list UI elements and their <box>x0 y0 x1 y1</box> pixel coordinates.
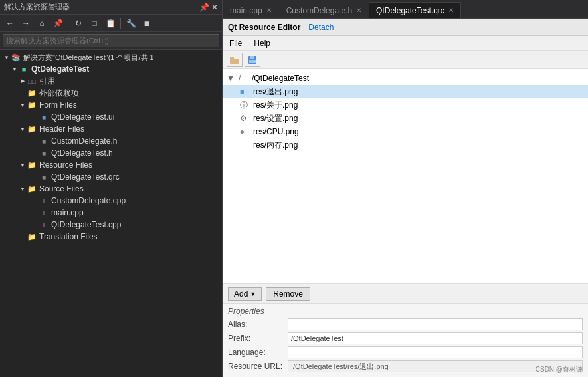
project-arrow: ▼ <box>11 66 19 72</box>
tab-custom-h-close[interactable]: ✕ <box>356 7 361 14</box>
source-arrow: ▼ <box>19 186 27 192</box>
main-cpp-label: main.cpp <box>51 208 84 217</box>
re-open-button[interactable] <box>227 53 243 67</box>
header-folder-icon: 📁 <box>27 124 37 134</box>
re-prop-url-row: Resource URL: <box>228 360 583 372</box>
form-folder-icon: 📁 <box>27 100 37 110</box>
tree-ext-deps[interactable]: 📁 外部依赖项 <box>0 87 222 99</box>
re-remove-button[interactable]: Remove <box>266 287 310 301</box>
tab-qrc-close[interactable]: ✕ <box>448 7 454 14</box>
view-button[interactable]: □ <box>87 17 102 30</box>
ref-arrow: ▶ <box>19 78 27 84</box>
tree-resource-files[interactable]: ▼ 📁 Resource Files <box>0 159 222 171</box>
h-file-icon-2: ■ <box>39 148 49 158</box>
tree-source-files[interactable]: ▼ 📁 Source Files <box>0 183 222 195</box>
pin-button[interactable]: 📌 <box>50 17 65 30</box>
re-remove-label: Remove <box>273 289 303 299</box>
tab-bar: main.cpp ✕ CustomDelegate.h ✕ QtDelegate… <box>223 0 588 19</box>
re-props-title: Properties <box>228 307 583 316</box>
re-menu-file[interactable]: File <box>227 39 245 48</box>
re-alias-input[interactable] <box>288 318 583 330</box>
re-header: Qt Resource Editor Detach <box>223 19 588 36</box>
tree-qt-cpp[interactable]: + QtDelegateTest.cpp <box>0 219 222 231</box>
qrc-label: QtDelegateTest.qrc <box>51 172 120 182</box>
h-file-icon-1: ■ <box>39 136 49 146</box>
resource-folder-icon: 📁 <box>27 160 37 170</box>
tools-button[interactable]: 🔧 <box>124 17 138 30</box>
re-tree-settings[interactable]: ⚙ res/设置.png <box>223 112 588 125</box>
tree-qt-h[interactable]: ■ QtDelegateTest.h <box>0 147 222 159</box>
re-save-button[interactable] <box>245 53 260 67</box>
tab-main-cpp-label: main.cpp <box>230 6 262 15</box>
close-icon[interactable]: ✕ <box>211 3 218 12</box>
re-detach-link[interactable]: Detach <box>308 23 334 32</box>
re-tree-about[interactable]: ⓘ res/关于.png <box>223 98 588 112</box>
re-exit-label: res/退出.png <box>253 86 298 98</box>
tab-qrc-label: QtDelegateTest.qrc <box>376 6 444 15</box>
explorer-toolbar: ← → ⌂ 📌 ↻ □ 📋 🔧 ■ <box>0 15 222 32</box>
trans-folder-icon: 📁 <box>27 231 37 242</box>
re-tree-memory[interactable]: ― res/内存.png <box>223 138 588 152</box>
svg-rect-3 <box>250 56 254 59</box>
re-exit-icon: ■ <box>240 88 250 96</box>
form-label: Form Files <box>39 100 77 110</box>
re-language-input[interactable] <box>288 346 583 358</box>
ui-file-icon: ■ <box>39 112 49 122</box>
re-tree-cpu[interactable]: ◆ res/CPU.png <box>223 125 588 138</box>
project-label: QtDelegateTest <box>31 64 89 74</box>
re-prop-prefix-row: Prefix: <box>228 332 583 344</box>
tree-ref[interactable]: ▶ □□ 引用 <box>0 75 222 87</box>
form-ui-label: QtDelegateTest.ui <box>51 112 114 122</box>
tree-translation-files[interactable]: 📁 Translation Files <box>0 231 222 243</box>
tab-main-cpp-close[interactable]: ✕ <box>266 7 272 14</box>
tree-form-files[interactable]: ▼ 📁 Form Files <box>0 99 222 111</box>
re-about-icon: ⓘ <box>240 100 250 111</box>
solution-icon: 📚 <box>11 52 21 63</box>
tree-root[interactable]: ▼ 📚 解决方案"QtDelegateTest"(1 个项目/共 1 <box>0 51 222 63</box>
tab-main-cpp[interactable]: main.cpp ✕ <box>223 2 279 18</box>
re-prefix-input[interactable] <box>288 332 583 344</box>
tree-custom-delegate-h[interactable]: ■ CustomDelegate.h <box>0 135 222 147</box>
tree-project[interactable]: ▼ ■ QtDelegateTest <box>0 63 222 75</box>
re-memory-label: res/内存.png <box>253 140 298 151</box>
back-button[interactable]: ← <box>3 17 17 30</box>
re-prop-alias-row: Alias: <box>228 318 583 330</box>
re-prop-language-row: Language: <box>228 346 583 358</box>
search-input[interactable] <box>3 34 219 47</box>
tree-header-files[interactable]: ▼ 📁 Header Files <box>0 123 222 135</box>
tree-custom-cpp[interactable]: + CustomDelegate.cpp <box>0 195 222 207</box>
source-label: Source Files <box>39 184 84 193</box>
tab-qrc[interactable]: QtDelegateTest.qrc ✕ <box>369 2 461 18</box>
forward-button[interactable]: → <box>19 17 33 30</box>
root-arrow: ▼ <box>3 55 11 61</box>
resource-arrow: ▼ <box>19 162 27 168</box>
copy-button[interactable]: 📋 <box>103 17 118 30</box>
re-menu-bar: File Help <box>223 36 588 51</box>
layout-button[interactable]: ■ <box>140 17 154 30</box>
re-memory-icon: ― <box>240 140 250 150</box>
re-alias-label: Alias: <box>228 320 288 329</box>
panel-header-icons: 📌 ✕ <box>199 3 218 12</box>
re-add-button[interactable]: Add ▼ <box>228 287 262 301</box>
right-panel: main.cpp ✕ CustomDelegate.h ✕ QtDelegate… <box>223 0 588 377</box>
svg-rect-1 <box>230 59 239 64</box>
ext-label: 外部依赖项 <box>39 88 79 99</box>
resource-editor: Qt Resource Editor Detach File Help <box>223 19 588 377</box>
tree-qrc[interactable]: ■ QtDelegateTest.qrc <box>0 171 222 183</box>
re-root-slash-icon: / <box>239 74 249 83</box>
tree-main-cpp[interactable]: + main.cpp <box>0 207 222 219</box>
re-tree-root[interactable]: ▼ / /QtDelegateTest <box>223 72 588 85</box>
tab-custom-h-label: CustomDelegate.h <box>286 6 352 15</box>
trans-label: Translation Files <box>39 232 98 241</box>
refresh-button[interactable]: ↻ <box>71 17 86 30</box>
re-add-label: Add <box>234 289 248 299</box>
cpp-icon-3: + <box>39 219 49 230</box>
re-settings-label: res/设置.png <box>253 113 298 124</box>
home-button[interactable]: ⌂ <box>35 17 49 30</box>
re-tree-exit[interactable]: ■ res/退出.png <box>223 85 588 98</box>
tab-custom-h[interactable]: CustomDelegate.h ✕ <box>279 2 369 18</box>
re-actions: Add ▼ Remove <box>223 284 588 304</box>
tree-form-ui[interactable]: ■ QtDelegateTest.ui <box>0 111 222 123</box>
pin-icon[interactable]: 📌 <box>199 3 209 12</box>
re-menu-help[interactable]: Help <box>251 39 273 48</box>
